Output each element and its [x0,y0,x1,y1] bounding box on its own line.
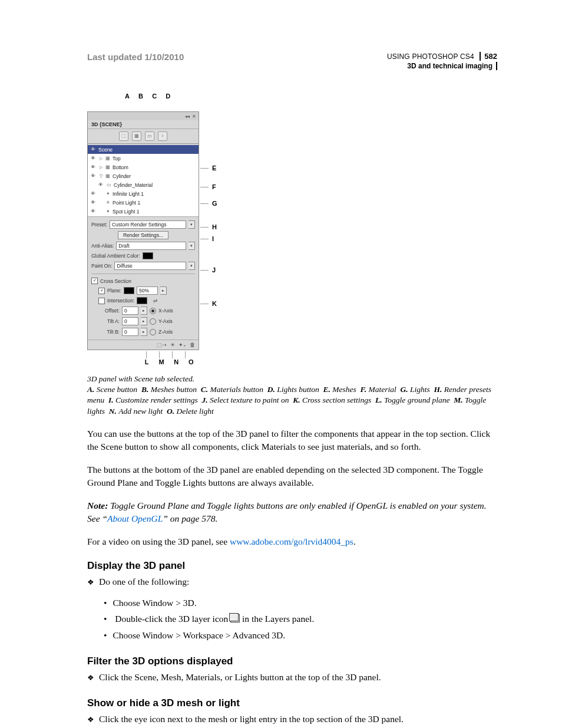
eye-icon[interactable]: 👁 [90,156,97,161]
ambient-color-swatch[interactable] [143,252,153,259]
toggle-ground-plane-icon[interactable]: ⬚⇢ [157,342,167,348]
tree-row[interactable]: 👁 ✦ Spot Light 1 [88,207,199,216]
tiltb-label: Tilt B: [98,329,120,335]
lights-button[interactable]: ♀ [158,131,167,141]
antialias-dropdown[interactable]: Draft [116,242,186,250]
eye-icon[interactable]: 👁 [90,164,97,170]
xaxis-radio[interactable] [150,308,156,314]
yaxis-radio[interactable] [150,318,156,325]
ambient-row: Global Ambient Color: [91,252,195,259]
render-settings-button[interactable]: Render Settings... [118,231,168,239]
link-video[interactable]: www.adobe.com/go/lrvid4004_ps [230,536,353,546]
tree-row[interactable]: 👁 ✳ Point Light 1 [88,198,199,207]
figure-caption: 3D panel with Scene tab selected. A. Sce… [87,374,497,417]
callout-J-line: J [200,266,216,274]
callout-H: H [212,223,217,230]
callout-I-line: I [200,235,214,242]
scene-button[interactable]: ⬚ [119,131,128,141]
ambient-label: Global Ambient Color: [91,253,140,259]
painton-label: Paint On: [91,263,112,269]
key-D: Lights button [277,385,319,394]
stepper-icon[interactable]: ▸ [141,328,147,336]
dropdown-icon[interactable]: ▾ [189,262,195,270]
page-number: 582 [480,52,497,61]
tree-label: Top [113,156,121,162]
divider [91,274,195,274]
crosssection-checkbox[interactable]: ✓ [91,278,98,284]
eye-icon[interactable]: 👁 [90,147,97,152]
intersection-checkbox[interactable] [98,298,105,304]
mesh-icon: ▦ [105,164,111,170]
intersection-color-swatch[interactable] [137,297,147,304]
key-N: Add new light [118,407,163,416]
section-title: 3D and technical imaging [407,62,497,70]
callout-L: L [140,358,153,365]
callout-F: F [212,183,216,190]
eye-icon[interactable]: 👁 [90,200,97,205]
flip-icon[interactable]: ⇄ [153,298,158,304]
dropdown-icon[interactable]: ▸ [160,286,167,295]
plane-color-swatch[interactable] [124,287,134,294]
toggle-lights-icon[interactable]: ☀ [170,342,175,348]
light-icon: ✳ [105,200,111,205]
procedure-list: Click the eye icon next to the mesh or l… [87,711,497,727]
meshes-button[interactable]: ▦ [132,131,141,141]
stepper-icon[interactable]: ▸ [141,317,147,325]
tree-row[interactable]: 👁 ▷ ▦ Bottom [88,163,199,172]
mesh-icon: ▦ [105,156,111,161]
offset-field[interactable]: 0 [122,307,138,315]
panel-tab-title[interactable]: 3D {SCENE} [88,120,199,129]
eye-icon[interactable]: 👁 [90,209,97,214]
preset-label: Preset: [91,222,107,228]
key-F: Material [369,385,396,394]
link-about-opengl[interactable]: About OpenGL [107,513,163,523]
top-callout-letters: A B C D [121,93,311,102]
twisty-icon[interactable]: ▷ [98,156,103,161]
key-L: Toggle ground plane [384,396,450,404]
twisty-icon[interactable]: ▽ [98,174,103,179]
painton-dropdown[interactable]: Diffuse [114,262,186,270]
paragraph: The buttons at the bottom of the 3D pane… [87,463,497,490]
eye-icon[interactable]: 👁 [97,182,104,187]
twisty-icon[interactable]: ▷ [98,165,103,170]
tree-row-scene[interactable]: 👁 Scene [88,145,199,154]
tree-row[interactable]: 👁 ▽ ▦ Cylinder [88,172,199,180]
tree-row[interactable]: 👁 ✦ Infinite Light 1 [88,189,199,198]
tilta-row: Tilt A: 0▸ Y-Axis [91,317,195,325]
eye-icon[interactable]: 👁 [90,173,97,179]
caption-legend: A. Scene button B. Meshes button C. Mate… [87,384,497,417]
stepper-icon[interactable]: ▸ [141,307,147,315]
callout-E: E [212,164,216,172]
tiltb-field[interactable]: 0 [122,328,138,336]
key-G: Lights [410,385,430,394]
page-header: Last updated 1/10/2010 USING PHOTOSHOP C… [87,52,497,70]
tree-row[interactable]: 👁 ▷ ▦ Top [88,154,199,163]
paragraph: You can use the buttons at the top of th… [87,427,497,454]
dropdown-icon[interactable]: ▾ [189,220,195,229]
callout-E-line: E [200,164,216,172]
zaxis-radio[interactable] [150,329,156,335]
callout-O: O [184,358,197,365]
plane-opacity-field[interactable]: 50% [137,286,158,295]
list-item: Click the eye icon next to the mesh or l… [98,711,497,727]
key-K: Cross section settings [302,396,371,404]
tree-row[interactable]: 👁 ▭ Cylinder_Material [88,180,199,189]
list-item: Click the Scene, Mesh, Materials, or Lig… [98,670,497,685]
mesh-icon: ▦ [105,173,111,179]
callout-K: K [212,300,217,307]
materials-button[interactable]: ▭ [145,131,154,141]
tilta-field[interactable]: 0 [122,317,138,325]
plane-checkbox[interactable]: ✓ [98,288,105,294]
eye-icon[interactable]: 👁 [90,191,97,196]
collapse-icon[interactable]: ◂◂ [185,114,190,119]
preset-dropdown[interactable]: Custom Render Settings [110,220,186,229]
callout-F-line: F [200,183,216,190]
delete-light-icon[interactable]: 🗑 [190,342,195,348]
dropdown-icon[interactable]: ▾ [189,242,195,250]
callout-D: D [162,93,174,100]
callout-G-line: G [200,200,217,207]
add-light-icon[interactable]: ✦₊ [178,342,186,348]
paragraph: For a video on using the 3D panel, see w… [87,535,497,548]
callout-A: A [121,93,133,100]
close-icon[interactable]: ✕ [192,114,196,119]
